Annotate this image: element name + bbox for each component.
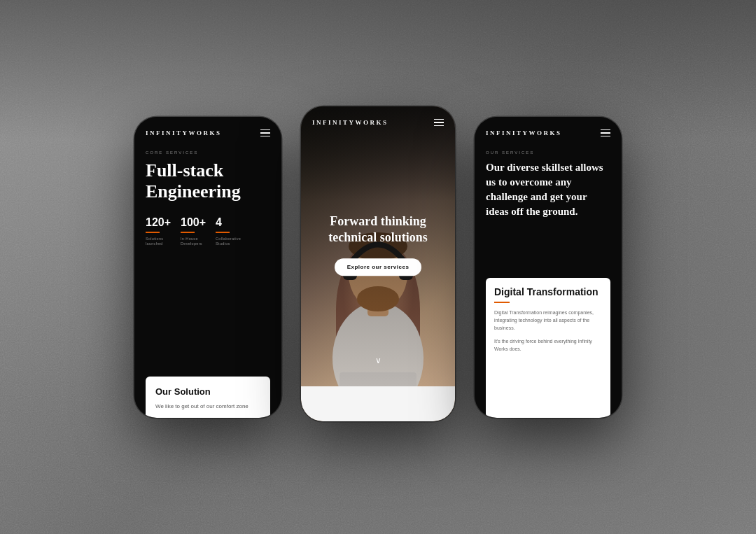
phone2-chevron-down-icon[interactable]: ∨ — [375, 356, 382, 365]
phone-3: INFINITYWORKS OUR SERVICES Our diverse s… — [475, 117, 622, 418]
phone1-main-heading: Full-stack Engineering — [146, 160, 270, 202]
phone-2: INFINITYWORKS Forward thinking technical… — [301, 106, 455, 421]
phone1-card-title: Our Solution — [155, 386, 260, 397]
phone2-logo: INFINITYWORKS — [312, 119, 388, 126]
stat-developers-label: In-HouseDevelopers — [181, 237, 206, 246]
phone1-menu-icon[interactable] — [260, 129, 270, 137]
phone2-header: INFINITYWORKS — [301, 106, 455, 134]
stat-developers-underline — [181, 232, 195, 233]
phone2-bottom-strip — [301, 386, 455, 421]
stat-studios-number: 4 — [216, 216, 241, 229]
phone1-card-text: We like to get out of our comfort zone — [155, 402, 260, 411]
stat-solutions-label: Solutionslaunched — [146, 237, 171, 246]
phone3-dt-underline — [494, 302, 510, 303]
phone3-logo: INFINITYWORKS — [486, 129, 562, 136]
phone-1: INFINITYWORKS CORE SERVICES Full-stack E… — [134, 117, 281, 418]
phone2-main-text: Forward thinking technical solutions Exp… — [301, 213, 455, 276]
stat-studios-underline — [216, 232, 230, 233]
phone1-white-card: Our Solution We like to get out of our c… — [146, 377, 270, 418]
stat-developers-number: 100+ — [181, 216, 206, 229]
phone3-menu-icon[interactable] — [601, 129, 610, 137]
phone3-white-card: Digital Transformation Digital Transform… — [486, 278, 610, 418]
phone3-dt-text2: It's the driving force behind everything… — [494, 337, 602, 353]
phone2-cta-button[interactable]: Explore our services — [335, 258, 422, 276]
phone1-logo: INFINITYWORKS — [146, 129, 222, 136]
phone2-hero-heading: Forward thinking technical solutions — [314, 213, 442, 246]
stat-studios-label: CollaborativeStudios — [216, 237, 241, 246]
phone3-header: INFINITYWORKS — [475, 117, 622, 144]
phone2-menu-icon[interactable] — [434, 119, 444, 127]
phone1-section-label: CORE SERVICES — [146, 150, 270, 155]
stat-developers: 100+ In-HouseDevelopers — [181, 216, 206, 246]
phone1-stats: 120+ Solutionslaunched 100+ In-HouseDeve… — [146, 216, 270, 246]
phone3-section-label: OUR SERVICES — [486, 150, 610, 155]
stat-studios: 4 CollaborativeStudios — [216, 216, 241, 246]
stat-solutions: 120+ Solutionslaunched — [146, 216, 171, 246]
phone3-dt-text1: Digital Transformation reimagines compan… — [494, 309, 602, 332]
phone3-services-text: Our diverse skillset allows us to overco… — [486, 160, 610, 219]
phone1-header: INFINITYWORKS — [134, 117, 281, 144]
phone3-dt-title: Digital Transformation — [494, 286, 602, 297]
stat-solutions-number: 120+ — [146, 216, 171, 229]
stat-solutions-underline — [146, 232, 160, 233]
